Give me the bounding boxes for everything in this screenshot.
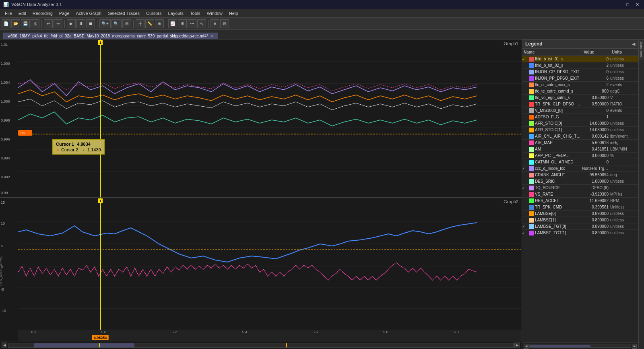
legend-row-18[interactable]: CRANK_ANGLE95.560894deg	[522, 172, 638, 178]
tb-sep5	[166, 20, 166, 28]
legend-name-9: ADFSO_FLG	[535, 115, 582, 119]
menu-file[interactable]: File	[2, 10, 15, 17]
legend-scroll-right[interactable]: ▶	[632, 344, 637, 349]
tb-wave2[interactable]: ∿	[197, 19, 206, 28]
menu-page[interactable]: Page	[56, 10, 73, 17]
legend-color-2	[529, 70, 534, 74]
legend-check-26[interactable]: ✓	[522, 225, 528, 229]
tb-zoom-out[interactable]: 🔍-	[111, 19, 122, 28]
tb-zoom-in[interactable]: 🔍+	[99, 19, 111, 28]
graph2[interactable]: Graph2 15 10 5 0 -5 -10 HES_ACCEL (RPM)	[0, 198, 522, 341]
tb-extra2[interactable]: ⊟	[220, 19, 229, 28]
legend-check-0[interactable]: ✓	[522, 57, 528, 61]
legend-row-5[interactable]: tfc_te_catrc_catmd_s800degC	[522, 88, 638, 95]
scroll-left-button[interactable]: ◀	[2, 343, 7, 348]
tb-measure[interactable]: 📏	[145, 19, 154, 28]
legend-color-23	[529, 205, 534, 210]
graph1-grid: 0.99	[18, 39, 522, 197]
file-tab[interactable]: w366_18MY_pkfk4_tfc_fhld_ol_02a_BASE_May…	[3, 33, 218, 39]
legend-row-21[interactable]: VS_RATE-3.920300MPH/s	[522, 191, 638, 198]
legend-row-27[interactable]: ✓LAMBSE_TGT[1]0.890000unitless	[522, 230, 638, 236]
menu-cursors[interactable]: Cursors	[143, 10, 165, 17]
menu-active-graph[interactable]: Active Graph	[73, 10, 105, 17]
legend-row-7[interactable]: TR_SPK_CLP_DFSO_EXIT0.500000RATIO	[522, 101, 638, 107]
legend-units-23: Unitless	[610, 205, 638, 209]
legend-color-24	[529, 211, 534, 216]
maximize-button[interactable]: □	[625, 2, 631, 7]
legend-units-19: unitless	[610, 179, 638, 184]
legend-row-22[interactable]: HES_ACCEL-11.699082RPM	[522, 198, 638, 204]
tb-pause[interactable]: ⏸	[76, 19, 85, 28]
legend-row-0[interactable]: ✓fhld_b_tst_01_s0unitless	[522, 56, 638, 62]
menu-selected-traces[interactable]: Selected Traces	[105, 10, 143, 17]
tb-crosshair[interactable]: ⊕	[155, 19, 164, 28]
legend-row-26[interactable]: ✓LAMBSE_TGT[0]0.890000unitless	[522, 223, 638, 230]
legend-row-20[interactable]: ✓TQ_SOURCEDFSO (6)	[522, 185, 638, 191]
tb-save[interactable]: 💾	[21, 19, 30, 28]
legend-row-23[interactable]: TR_SPK_CMD0.399561Unitless	[522, 204, 638, 211]
tb-cursor[interactable]: ┼	[136, 19, 144, 28]
scroll-track[interactable]	[8, 343, 514, 348]
legend-row-6[interactable]: tfc_vo_ego_catrc_s0.850000V	[522, 95, 638, 101]
tb-print[interactable]: 🖨	[31, 19, 39, 28]
legend-row-3[interactable]: INJON_PP_DFSO_EXIT6unitless	[522, 75, 638, 82]
menu-recording[interactable]: Recording	[29, 10, 56, 17]
legend-row-2[interactable]: INJON_CP_DFSO_EXIT0unitless	[522, 69, 638, 75]
tb-extra1[interactable]: ≡	[211, 19, 219, 28]
legend-check-20[interactable]: ✓	[522, 186, 528, 190]
titlebar-controls: — □ ✕	[614, 2, 641, 7]
legend-col-value: Value	[582, 49, 610, 56]
graph1[interactable]: Graph1 1.01 1.000 1.004 1.000 0.998 0.99…	[0, 39, 522, 198]
menu-help[interactable]: Help	[226, 10, 242, 17]
legend-row-8[interactable]: V_MIS1000_[0]0events	[522, 107, 638, 114]
legend-row-9[interactable]: ADFSO_FLG1	[522, 114, 638, 120]
minimize-button[interactable]: —	[614, 2, 621, 7]
tb-play[interactable]: ▶	[67, 19, 76, 28]
scroll-right-button[interactable]: ▶	[514, 343, 520, 348]
legend-row-15[interactable]: APP_PCT_PEDAL0.000000%	[522, 153, 638, 159]
legend-row-19[interactable]: DES_SRI0I1.000000unitless	[522, 178, 638, 185]
legend-row-10[interactable]: AFR_STOIC[0]14.080000unitless	[522, 120, 638, 127]
legend-color-7	[529, 102, 534, 107]
legend-units-5: degC	[610, 89, 638, 93]
legend-value-9: 1	[582, 115, 610, 119]
legend-color-12	[529, 134, 534, 139]
legend-row-25[interactable]: LAMBSE[1]0.890000unitless	[522, 217, 638, 223]
legend-check-17[interactable]: ✓	[522, 167, 528, 171]
legend-row-4[interactable]: tfc_ct_catrc_max_s2events	[522, 82, 638, 88]
menu-tools[interactable]: Tools	[187, 10, 204, 17]
sidebar-tab-data-items[interactable]: Data Items	[639, 39, 644, 60]
legend-row-11[interactable]: AFR_STOIC[1]14.080000unitless	[522, 127, 638, 133]
tb-fit[interactable]: ⊞	[122, 19, 131, 28]
menu-layouts[interactable]: Layouts	[165, 10, 187, 17]
menu-window[interactable]: Window	[204, 10, 226, 17]
legend-check-27[interactable]: ✓	[522, 231, 528, 235]
scroll-thumb[interactable]	[34, 343, 135, 347]
legend-row-24[interactable]: LAMBSE[0]0.890000unitless	[522, 211, 638, 217]
legend-row-12[interactable]: AIR_CYL_AIR_CHG_TOTAL0.000142lbm/event	[522, 133, 638, 140]
tb-redo[interactable]: ↪	[54, 19, 62, 28]
tb-graph[interactable]: 📈	[168, 19, 177, 28]
tb-open[interactable]: 📂	[11, 19, 20, 28]
close-button[interactable]: ✕	[634, 2, 641, 7]
legend-collapse-button[interactable]: ◀	[632, 41, 635, 47]
cursor-x-label: 4.98254	[92, 335, 109, 340]
tab-close-button[interactable]: ✕	[211, 34, 214, 38]
legend-value-19: 1.000000	[582, 179, 610, 184]
legend-row-17[interactable]: ✓ccc_d_mode_tccNonzero Trgt (1)	[522, 165, 638, 172]
tb-new[interactable]: 📄	[2, 19, 10, 28]
legend-row-16[interactable]: CATMN_OL_ARMED0	[522, 159, 638, 165]
cursor1-value: 4.9834	[77, 142, 91, 147]
app-title: ViSiON Data Analyzer 3.1	[11, 2, 62, 7]
legend-scroll-track[interactable]	[529, 345, 631, 348]
legend-row-1[interactable]: fhld_b_tst_02_s2unitless	[522, 62, 638, 69]
tb-settings[interactable]: ⚙	[178, 19, 187, 28]
tb-undo[interactable]: ↩	[44, 19, 53, 28]
menu-edit[interactable]: Edit	[15, 10, 29, 17]
tb-wave1[interactable]: 〜	[188, 19, 196, 28]
legend-row-13[interactable]: AIR_MAP5.600618inHg	[522, 140, 638, 146]
legend-row-14[interactable]: AM0.451851LBM/MIN	[522, 146, 638, 153]
legend-scroll-left[interactable]: ◀	[524, 344, 528, 349]
legend-color-15	[529, 153, 534, 158]
tb-stop[interactable]: ⏹	[86, 19, 95, 28]
